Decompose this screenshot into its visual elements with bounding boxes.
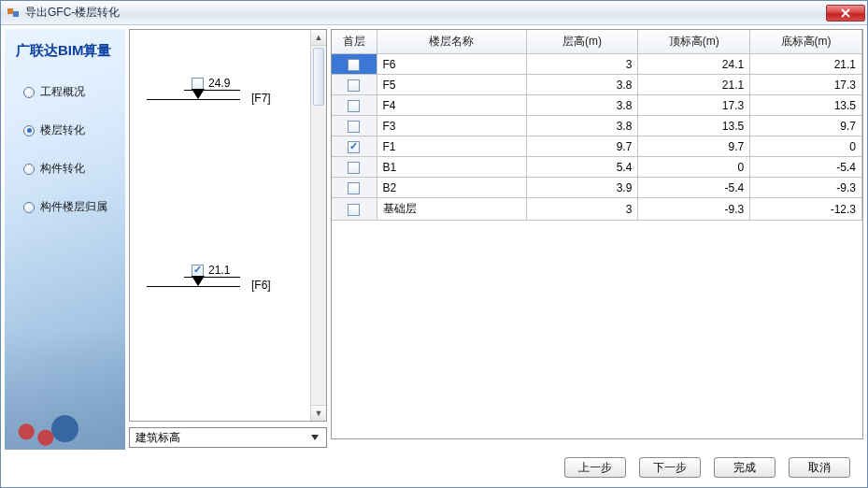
row-checkbox[interactable] (348, 141, 360, 153)
radio-icon (23, 202, 35, 213)
top-elev-cell[interactable]: 0 (638, 157, 750, 178)
row-checkbox[interactable] (348, 121, 360, 133)
first-floor-cell[interactable] (332, 116, 377, 136)
floor-name-cell[interactable]: B2 (377, 178, 526, 198)
top-elev-cell[interactable]: -9.3 (638, 198, 750, 221)
table-row[interactable]: B23.9-5.4-9.3 (332, 178, 862, 198)
col-top[interactable]: 顶标高(m) (638, 30, 750, 54)
bottom-elev-cell[interactable]: 17.3 (750, 75, 862, 95)
floor-height-cell[interactable]: 5.4 (526, 157, 638, 178)
table-row[interactable]: F43.817.313.5 (332, 95, 862, 116)
diagram-panel: 24.9 [F7] 21.1 [F6] (129, 29, 327, 422)
scroll-track[interactable] (311, 46, 326, 405)
bottom-elev-cell[interactable]: 9.7 (750, 116, 862, 136)
prev-button[interactable]: 上一步 (564, 457, 626, 478)
bottom-elev-cell[interactable]: 0 (750, 136, 862, 157)
col-first-floor[interactable]: 首层 (332, 30, 377, 54)
top-elev-cell[interactable]: 21.1 (638, 75, 750, 95)
svg-rect-1 (13, 11, 19, 17)
table-row[interactable]: F53.821.117.3 (332, 75, 862, 95)
sidebar-item-overview[interactable]: 工程概况 (5, 73, 125, 111)
level-tick (184, 277, 240, 278)
top-elev-cell[interactable]: 24.1 (638, 54, 750, 75)
floor-name-cell[interactable]: F5 (377, 75, 526, 95)
bottom-elev-cell[interactable]: -5.4 (750, 157, 862, 178)
level-name: [F6] (251, 279, 271, 292)
floor-height-cell[interactable]: 3.8 (526, 95, 638, 116)
sidebar-item-floor-convert[interactable]: 楼层转化 (5, 111, 125, 150)
sidebar-item-label: 工程概况 (40, 84, 85, 100)
first-floor-cell[interactable] (332, 54, 377, 75)
level-name: [F7] (251, 92, 271, 105)
floor-table-wrap: 首层 楼层名称 层高(m) 顶标高(m) 底标高(m) F6324.121.1F… (331, 29, 863, 439)
first-floor-cell[interactable] (332, 157, 377, 178)
cancel-button[interactable]: 取消 (789, 457, 850, 478)
row-checkbox[interactable] (348, 182, 360, 194)
dropdown-selected: 建筑标高 (135, 430, 307, 446)
floor-height-cell[interactable]: 9.7 (526, 136, 638, 157)
row-checkbox[interactable] (348, 79, 360, 92)
row-checkbox[interactable] (348, 204, 360, 216)
row-checkbox[interactable] (348, 162, 360, 174)
first-floor-cell[interactable] (332, 136, 377, 157)
sidebar-item-component-convert[interactable]: 构件转化 (5, 150, 125, 188)
floor-height-cell[interactable]: 3 (526, 198, 638, 221)
floor-table: 首层 楼层名称 层高(m) 顶标高(m) 底标高(m) F6324.121.1F… (332, 30, 862, 221)
close-button[interactable] (826, 5, 865, 22)
col-bottom[interactable]: 底标高(m) (750, 30, 862, 54)
sidebar: 广联达BIM算量 工程概况 楼层转化 构件转化 构件楼层归属 (5, 29, 125, 450)
sidebar-item-label: 楼层转化 (40, 122, 85, 138)
row-checkbox[interactable] (348, 100, 360, 112)
top-elev-cell[interactable]: 17.3 (638, 95, 750, 116)
col-floor-name[interactable]: 楼层名称 (377, 30, 526, 54)
first-floor-cell[interactable] (332, 198, 377, 221)
scroll-thumb[interactable] (313, 48, 324, 106)
table-row[interactable]: F33.813.59.7 (332, 116, 862, 136)
bottom-elev-cell[interactable]: 21.1 (750, 54, 862, 75)
table-row[interactable]: F19.79.70 (332, 136, 862, 157)
first-floor-cell[interactable] (332, 95, 377, 116)
app-icon (7, 6, 21, 21)
diagram-column: 24.9 [F7] 21.1 [F6] (129, 29, 327, 450)
floor-name-cell[interactable]: F3 (377, 116, 526, 136)
level-diagram: 24.9 [F7] 21.1 [F6] (130, 30, 310, 421)
bottom-elev-cell[interactable]: -9.3 (750, 178, 862, 198)
finish-button[interactable]: 完成 (714, 457, 776, 478)
floor-height-cell[interactable]: 3.8 (526, 75, 638, 95)
first-floor-cell[interactable] (332, 178, 377, 198)
bottom-elev-cell[interactable]: 13.5 (750, 95, 862, 116)
level-value: 21.1 (208, 264, 230, 277)
floor-height-cell[interactable]: 3.8 (526, 116, 638, 136)
scroll-down-icon[interactable]: ▼ (311, 405, 326, 421)
level-line (147, 99, 240, 100)
elevation-type-dropdown[interactable]: 建筑标高 (129, 427, 327, 448)
sidebar-item-label: 构件楼层归属 (40, 199, 107, 215)
level-tick (184, 90, 240, 91)
table-row[interactable]: 基础层3-9.3-12.3 (332, 198, 862, 221)
radio-icon (23, 125, 35, 136)
table-column: 首层 楼层名称 层高(m) 顶标高(m) 底标高(m) F6324.121.1F… (331, 29, 863, 450)
top-elev-cell[interactable]: -5.4 (638, 178, 750, 198)
table-header-row: 首层 楼层名称 层高(m) 顶标高(m) 底标高(m) (332, 30, 862, 54)
floor-name-cell[interactable]: B1 (377, 157, 526, 178)
table-row[interactable]: B15.40-5.4 (332, 157, 862, 178)
first-floor-cell[interactable] (332, 75, 377, 95)
floor-height-cell[interactable]: 3 (526, 54, 638, 75)
next-button[interactable]: 下一步 (639, 457, 701, 478)
scroll-up-icon[interactable]: ▲ (311, 30, 326, 46)
floor-height-cell[interactable]: 3.9 (526, 178, 638, 198)
floor-name-cell[interactable]: F4 (377, 95, 526, 116)
floor-name-cell[interactable]: F1 (377, 136, 526, 157)
col-height[interactable]: 层高(m) (526, 30, 638, 54)
top-elev-cell[interactable]: 13.5 (638, 116, 750, 136)
row-checkbox[interactable] (348, 59, 360, 71)
floor-name-cell[interactable]: F6 (377, 54, 526, 75)
radio-icon (23, 164, 35, 175)
table-row[interactable]: F6324.121.1 (332, 54, 862, 75)
floor-name-cell[interactable]: 基础层 (377, 198, 526, 221)
sidebar-item-component-floor[interactable]: 构件楼层归属 (5, 188, 125, 226)
footer: 上一步 下一步 完成 取消 (1, 453, 867, 487)
diagram-scrollbar[interactable]: ▲ ▼ (310, 30, 326, 421)
bottom-elev-cell[interactable]: -12.3 (750, 198, 862, 221)
top-elev-cell[interactable]: 9.7 (638, 136, 750, 157)
